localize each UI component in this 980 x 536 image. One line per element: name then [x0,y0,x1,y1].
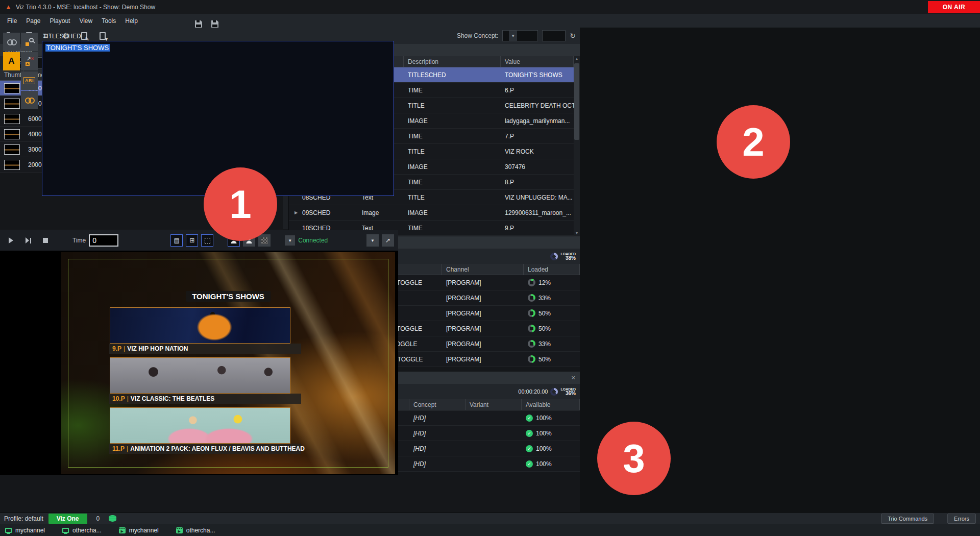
text-edit-button[interactable]: A [3,52,20,70]
field-value-editor[interactable]: TONIGHT'S SHOWS [42,41,394,196]
tab-field-row[interactable]: ▶09SCHEDImageIMAGE1299006311_maroon_... [289,205,574,221]
expand-icon[interactable]: ▶ [293,210,299,215]
show-time: 9.P [112,345,121,352]
checker-icon [261,237,268,244]
column-header[interactable]: Variant [465,399,522,410]
tab-field-value: 6.P [501,87,574,94]
loaded-pie-icon [528,279,535,286]
playlist-available: ✓100% [522,430,580,437]
view-title-area-button[interactable]: ▤ [170,234,183,247]
tab-field-value: TONIGHT'S SHOWS [501,71,574,79]
preview-dropdown-button[interactable]: ▼ [366,234,379,247]
playlist-available: ✓100% [522,460,580,468]
channel-label: othercha... [72,527,102,534]
concept-value-box[interactable] [542,30,566,41]
tab-field-description: IMAGE [404,163,501,170]
pagelist-loaded-pie-icon [550,253,558,260]
transform-icon: ✕ [26,57,34,65]
show-concept-dropdown[interactable]: ▼ [502,30,538,41]
detach-preview-button[interactable]: ↗ [382,234,394,247]
tab-field-description: TIME [404,225,501,232]
stop-icon [43,238,48,243]
show-concept-label: Show Concept: [457,32,498,39]
channel-chip[interactable]: mychannel [5,527,45,534]
search-template-button[interactable] [21,33,38,51]
channel-chip[interactable]: othercha... [62,527,102,534]
tab-fields-scrollbar[interactable]: ▲ ▼ [574,56,580,236]
connection-dropdown[interactable]: ▼ [285,235,295,246]
page-channel: [PROGRAM] [442,325,524,332]
monitor-icon [5,528,12,533]
view-safe-area-button[interactable] [201,234,213,247]
template-thumbnail [0,160,24,170]
template-thumbnail [0,114,24,124]
page-loaded: 50% [524,355,580,363]
show-time: 11.P [112,445,125,452]
show-title: ANIMATION 2 PACK: AEON FLUX / BEAVIS AND… [130,445,305,452]
playlist-available: ✓100% [522,445,580,452]
save-icon [195,20,202,28]
page-channel: [PROGRAM] [442,356,524,363]
column-header[interactable]: Channel [442,264,524,275]
alpha-preview-button[interactable] [258,234,271,247]
menu-page[interactable]: Page [22,15,44,27]
scroll-up-icon[interactable]: ▲ [574,56,580,62]
close-playlist-icon[interactable]: ✕ [571,375,576,381]
column-header[interactable]: Available [522,399,580,410]
caption-separator: | [127,395,129,402]
tab-field-value: VIZ ROCK [501,148,574,155]
check-icon: ✓ [526,445,533,452]
page-loaded: 50% [524,325,580,332]
time-label: Time [72,237,86,244]
tab-field-description: TITLESCHED [404,71,501,79]
font-a-icon: A [8,56,14,66]
column-header[interactable]: Loaded [524,264,580,275]
scroll-down-icon[interactable]: ▼ [574,230,580,236]
time-input[interactable] [89,234,118,247]
tab-field-value: CELEBRITY DEATH OCT... [501,102,574,109]
monitor-icon [62,528,69,533]
preview-play-button[interactable] [4,234,17,247]
tab-field-value: 1299006311_maroon_... [501,209,574,216]
column-header[interactable]: Value [501,56,574,67]
playlist-loaded-pie-icon [550,388,558,396]
tab-field-description: IMAGE [404,209,501,216]
field-label: TITLESCHED [43,33,81,40]
trio-commands-button[interactable]: Trio Commands [881,514,934,524]
menu-file[interactable]: File [3,15,21,27]
show-caption: 10.P|VIZ CLASSIC: THE BEATLES [109,394,301,404]
transform-field-button[interactable]: ✕ [21,52,38,70]
tab-field-description: TIME [404,87,501,94]
annotation-circle-2: 2 [717,105,790,179]
column-header[interactable]: Concept [409,399,465,410]
video-channel-icon: ▶ [119,527,126,533]
channel-chip[interactable]: ▶mychannel [119,527,159,534]
preview-area: TONIGHT'S SHOWS 9.P|VIZ HIP HOP NATION10… [0,251,398,475]
safe-area-icon [205,238,210,243]
page-channel: [PROGRAM] [442,279,524,286]
page-channel: [PROGRAM] [442,340,524,348]
linked-fields-button[interactable] [21,91,38,109]
channel-chip[interactable]: ▶othercha... [176,527,215,534]
menu-help[interactable]: Help [121,15,142,27]
preview-step-button[interactable] [20,234,36,247]
playlist-duration: 00:00:20.00 [518,388,548,395]
tab-field-description: TITLE [404,194,501,201]
loaded-pie-icon [528,309,535,317]
refresh-concepts-icon[interactable]: ↻ [570,32,576,40]
viz-one-button[interactable]: Viz One [48,514,87,524]
menu-view[interactable]: View [75,15,96,27]
tab-field-name: ▶09SCHED [289,209,358,216]
link-field-button[interactable] [3,33,20,51]
tab-field-description: TITLE [404,148,501,155]
template-thumbnail [0,129,24,139]
view-boundingbox-button[interactable]: ⊞ [186,234,198,247]
preview-stop-button[interactable] [39,234,52,247]
abi-format-button[interactable]: ABI [21,71,38,90]
errors-button[interactable]: Errors [947,514,976,524]
menu-tools[interactable]: Tools [97,15,120,27]
menu-bar: FilePagePlayoutViewToolsHelp [0,14,980,28]
column-header[interactable]: Description [404,56,501,67]
menu-playout[interactable]: Playout [45,15,74,27]
chevron-down-icon: ▼ [509,31,517,41]
